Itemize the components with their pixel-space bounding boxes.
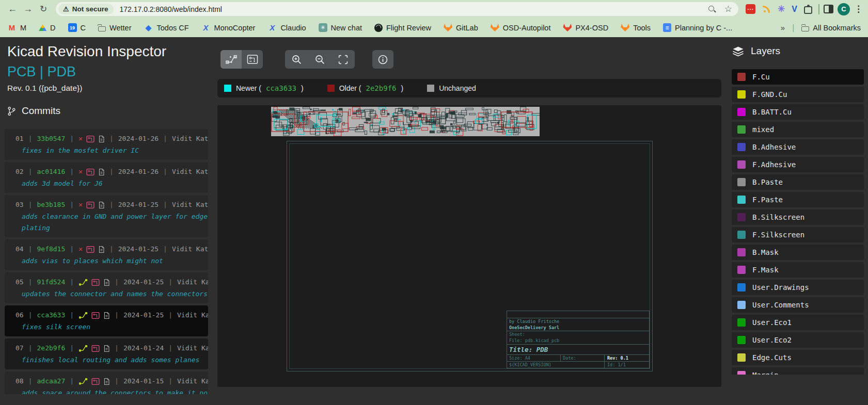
commit-card[interactable]: 04 9ef8d15 — [5, 239, 208, 270]
address-bar[interactable]: Not secure 172.17.0.2:8080/web/index.htm… — [56, 2, 738, 16]
adblock-extension-icon[interactable] — [746, 4, 755, 14]
diff-trace-icon[interactable] — [78, 311, 88, 319]
bookmark-item[interactable]: 19 C — [68, 23, 86, 32]
bookmark-item[interactable]: Tools — [621, 24, 651, 32]
bookmark-item[interactable]: GitLab — [444, 24, 478, 32]
commit-card[interactable]: 02 ac01416 — [5, 162, 208, 193]
bookmark-item[interactable]: Planning by C -... — [663, 23, 732, 32]
zoom-out-button[interactable] — [308, 50, 332, 69]
bookmarks-overflow-chevron[interactable]: » — [781, 23, 785, 32]
commit-card[interactable]: 06 cca3633 — [5, 305, 208, 336]
diff-trace-icon[interactable] — [78, 278, 88, 286]
doc-file-icon[interactable] — [103, 378, 110, 385]
openai-icon — [319, 23, 327, 32]
layer-row[interactable]: User.Drawings — [732, 280, 864, 295]
back-icon[interactable] — [5, 2, 20, 17]
layer-row[interactable]: User.Eco1 — [732, 315, 864, 330]
layer-name: User.Eco2 — [752, 336, 792, 344]
doc-file-icon[interactable] — [98, 135, 105, 143]
layer-row[interactable]: Edge.Cuts — [732, 350, 864, 365]
bookmark-item[interactable]: OSD-Autopilot — [491, 24, 551, 32]
bookmark-item[interactable]: Todos CF — [144, 23, 189, 33]
rss-extension-icon[interactable] — [762, 5, 771, 13]
layer-row[interactable]: Margin — [732, 367, 864, 375]
layer-color-swatch — [737, 178, 746, 186]
gmail-icon — [7, 23, 17, 33]
layer-row[interactable]: B.Paste — [732, 174, 864, 190]
layer-row[interactable]: B.Silkscreen — [732, 209, 864, 225]
commit-status-icons — [78, 377, 110, 385]
diff-trace-icon[interactable] — [78, 344, 88, 352]
commit-date: 2024-01-25 — [118, 199, 159, 210]
layer-row[interactable]: User.Comments — [732, 297, 864, 313]
layer-row[interactable]: F.Cu — [732, 69, 864, 85]
pcb-file-icon[interactable] — [86, 135, 94, 143]
bookmark-item[interactable]: D — [39, 24, 55, 32]
pcb-file-icon[interactable] — [91, 345, 100, 352]
commit-card[interactable]: 05 91fd524 — [5, 272, 208, 303]
layer-row[interactable]: B.Adhesive — [732, 139, 864, 155]
pcb-link[interactable]: PCB — [7, 64, 36, 79]
bookmark-item[interactable]: MonoCopter — [201, 23, 256, 33]
bookmark-star-icon[interactable] — [724, 4, 732, 14]
pdb-link[interactable]: PDB — [48, 64, 76, 79]
security-chip[interactable]: Not secure — [58, 4, 114, 14]
reload-icon[interactable] — [36, 2, 51, 17]
vimium-extension-icon[interactable] — [792, 5, 797, 14]
doc-file-icon[interactable] — [98, 168, 105, 176]
no-diff-icon — [78, 133, 83, 144]
zoom-fit-button[interactable] — [332, 50, 355, 69]
menu-kebab-icon[interactable] — [854, 4, 863, 14]
gitlab-icon — [444, 24, 452, 31]
profile-avatar[interactable]: C — [838, 3, 850, 15]
bookmark-item[interactable]: Claudio — [267, 23, 306, 33]
commit-card[interactable]: 08 adcaa27 — [5, 371, 208, 394]
pcb-file-icon[interactable] — [91, 378, 100, 385]
doc-file-icon[interactable] — [103, 312, 110, 319]
pcb-file-icon[interactable] — [86, 246, 94, 253]
layer-row[interactable]: B.Mask — [732, 245, 864, 260]
layer-row[interactable]: F.Silkscreen — [732, 227, 864, 242]
pcb-file-icon[interactable] — [91, 312, 100, 319]
bookmark-item[interactable]: M — [7, 23, 26, 33]
commit-status-icons — [78, 166, 105, 177]
doc-file-icon[interactable] — [103, 345, 110, 352]
pcb-file-icon[interactable] — [86, 201, 94, 209]
layer-row[interactable]: F.GND.Cu — [732, 87, 864, 102]
pcb-file-icon[interactable] — [91, 279, 100, 286]
layer-row[interactable]: F.Adhesive — [732, 157, 864, 172]
titleblock-rev: Rev: 0.1 — [605, 355, 649, 362]
pcb-canvas[interactable]: by Claudio Fritsche OneSecDelivery Sarl … — [217, 105, 721, 387]
diff-view-button[interactable] — [220, 50, 242, 69]
forward-icon[interactable] — [21, 2, 35, 17]
doc-file-icon[interactable] — [103, 279, 110, 286]
extensions-puzzle-icon[interactable] — [804, 6, 812, 14]
commit-card[interactable]: 07 2e2b9f6 — [5, 338, 208, 369]
layer-row[interactable]: mixed — [732, 122, 864, 137]
layer-row[interactable]: F.Mask — [732, 262, 864, 278]
pcb-file-icon[interactable] — [86, 168, 94, 176]
pcb-view-button[interactable] — [242, 50, 263, 69]
commit-card[interactable]: 03 be3b185 — [5, 195, 208, 237]
bookmark-item[interactable]: New chat — [319, 23, 362, 32]
all-bookmarks-button[interactable]: All Bookmarks — [801, 24, 861, 32]
info-button[interactable] — [372, 50, 393, 69]
bookmark-item[interactable]: Flight Review — [374, 24, 431, 32]
doc-file-icon[interactable] — [98, 201, 105, 209]
layer-row[interactable]: User.Eco2 — [732, 332, 864, 348]
commit-hash: be3b185 — [37, 199, 65, 210]
bookmark-item[interactable]: Wetter — [98, 24, 131, 32]
bookmark-label: M — [20, 24, 26, 32]
commit-card[interactable]: 01 33b0547 — [5, 129, 208, 160]
snowflake-extension-icon[interactable] — [778, 4, 785, 14]
doc-file-icon[interactable] — [98, 246, 105, 253]
diff-trace-icon[interactable] — [78, 377, 88, 385]
bookmark-item[interactable]: PX4-OSD — [563, 24, 608, 32]
zoom-page-icon[interactable] — [708, 5, 716, 13]
divider — [109, 244, 114, 255]
layer-row[interactable]: F.Paste — [732, 192, 864, 207]
side-panel-icon[interactable] — [824, 5, 833, 13]
zoom-in-button[interactable] — [285, 50, 308, 69]
layer-row[interactable]: B.BATT.Cu — [732, 104, 864, 120]
commit-date: 2024-01-25 — [118, 244, 159, 255]
